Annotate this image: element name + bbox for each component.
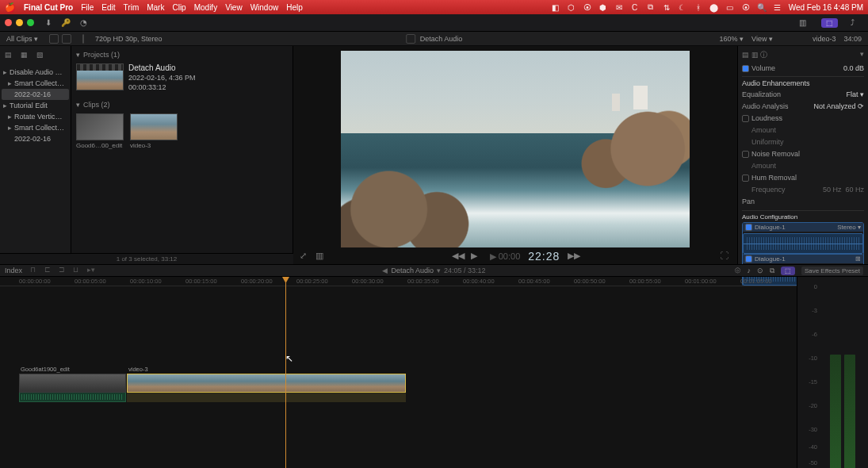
menu-modify[interactable]: Modify	[194, 3, 217, 12]
channel-icon[interactable]: ⊞	[855, 255, 861, 263]
status-icon[interactable]: ⧉	[646, 2, 656, 12]
save-preset-button[interactable]: Save Effects Preset	[801, 267, 863, 275]
clip-filter-dropdown[interactable]: All Clips ▾	[6, 35, 38, 43]
battery-icon[interactable]: ▭	[725, 2, 735, 12]
status-icon[interactable]: ◧	[551, 2, 560, 12]
bg-tasks-icon[interactable]: ◔	[77, 17, 90, 29]
project-item[interactable]: Detach Audio 2022-02-16, 4:36 PM 00:00:3…	[76, 63, 288, 91]
clips-header[interactable]: ▾ Clips (2)	[76, 99, 288, 110]
menu-edit[interactable]: Edit	[101, 3, 115, 12]
tools-dropdown[interactable]: ▸▾	[87, 266, 97, 275]
volume-value[interactable]: 0.0 dB	[843, 64, 864, 72]
menu-view[interactable]: View	[225, 3, 243, 12]
wifi-icon[interactable]: ⦿	[741, 2, 751, 12]
status-icon[interactable]: ☾	[678, 2, 687, 12]
view-menu[interactable]: View ▾	[751, 35, 773, 43]
workspace-icon[interactable]: ▥	[796, 17, 809, 29]
audio-enhancements-section[interactable]: Audio Enhancements	[742, 76, 864, 87]
bluetooth-icon[interactable]: ᚼ	[694, 2, 703, 12]
minimize-window-button[interactable]	[16, 19, 23, 26]
library-icon[interactable]: ▤	[5, 51, 16, 62]
clip-appearance-icon[interactable]	[82, 34, 84, 44]
status-icon[interactable]: ⬤	[709, 2, 719, 12]
list-view-icon[interactable]	[62, 34, 71, 44]
eq-preset[interactable]: Flat ▾	[846, 90, 864, 98]
library-item[interactable]: ▸Rotate Vertical Videos	[2, 111, 69, 122]
fit-icon[interactable]: ⤢	[300, 251, 311, 262]
clip-item[interactable]: video-3	[130, 113, 178, 149]
timeline-range: 24:05 / 33:12	[444, 267, 486, 274]
menu-clip[interactable]: Clip	[172, 3, 185, 12]
timeline-index-button[interactable]: Index	[5, 267, 22, 274]
clip-item[interactable]: Good6…00_edit	[76, 113, 124, 149]
library-item[interactable]: 2022-02-16	[2, 133, 69, 144]
clip-thumbnail[interactable]	[76, 113, 124, 140]
close-window-button[interactable]	[5, 19, 12, 26]
menu-trim[interactable]: Trim	[124, 3, 140, 12]
project-date: 2022-02-16, 4:36 PM	[128, 74, 196, 82]
timeline-project-name[interactable]: Detach Audio	[391, 267, 434, 274]
projects-header[interactable]: ▾ Projects (1)	[76, 49, 288, 60]
overwrite-icon[interactable]: ⊔	[73, 266, 82, 275]
viewer-canvas[interactable]	[341, 51, 690, 247]
project-thumbnail[interactable]	[76, 63, 124, 90]
clip-thumbnail[interactable]	[130, 113, 178, 140]
solo-icon[interactable]: ⊙	[757, 267, 763, 274]
timeline-ruler[interactable]: 00:00:00:00 00:00:05:00 00:00:10:00 00:0…	[0, 277, 797, 286]
workspace-tag[interactable]: ⬚	[821, 18, 838, 28]
transport-controls: ⤢ ▥ ◀◀ ▶ ▶ 00:00 22:28 ▶▶ ⛶	[293, 248, 737, 264]
scopes-icon[interactable]: ▥	[315, 251, 327, 262]
timecode-display[interactable]: 22:28	[528, 250, 560, 263]
skimming-icon[interactable]: ⦾	[735, 267, 740, 275]
status-icon[interactable]: ⬢	[598, 2, 608, 12]
menu-file[interactable]: File	[81, 3, 94, 12]
library-item[interactable]: ▸Smart Collections	[2, 122, 69, 133]
status-icon[interactable]: ⬡	[567, 2, 576, 12]
timeline-clip-selected[interactable]	[127, 374, 406, 393]
timeline-tracks[interactable]: 00:00:00:00 00:00:05:00 00:00:10:00 00:0…	[0, 277, 797, 468]
control-center-icon[interactable]: ☰	[773, 2, 782, 12]
search-icon[interactable]: 🔍	[757, 2, 767, 12]
audio-config-section[interactable]: Audio Configuration	[742, 210, 864, 221]
status-icon[interactable]: C	[630, 2, 640, 12]
status-icon[interactable]: ⇅	[662, 2, 671, 12]
keyword-icon[interactable]: 🔑	[59, 17, 72, 29]
audio-waveform[interactable]	[743, 233, 863, 254]
zoom-window-button[interactable]	[27, 19, 34, 26]
prev-edit-button[interactable]: ◀◀	[452, 251, 463, 262]
share-icon[interactable]: ⤴	[846, 17, 858, 29]
play-button[interactable]: ▶	[471, 251, 482, 262]
timeline-clip-audio[interactable]	[19, 393, 126, 402]
menubar-clock[interactable]: Wed Feb 16 4:48 PM	[789, 3, 863, 12]
connect-icon[interactable]: ⊓	[30, 266, 40, 275]
menu-window[interactable]: Window	[250, 3, 279, 12]
library-item[interactable]: ▸Disable Audio on a Clip	[2, 67, 69, 78]
import-icon[interactable]: ⬇	[42, 17, 55, 29]
status-icon[interactable]: ⦿	[583, 2, 592, 12]
filmstrip-view-icon[interactable]	[49, 34, 59, 44]
status-icon[interactable]: ✉	[614, 2, 624, 12]
timeline-clip-audio[interactable]	[127, 393, 406, 402]
effects-browser-button[interactable]: ⬚	[781, 267, 795, 275]
library-item-selected[interactable]: 2022-02-16	[2, 89, 69, 100]
audio-skim-icon[interactable]: ♪	[747, 267, 751, 274]
menu-help[interactable]: Help	[286, 3, 303, 12]
snap-icon[interactable]: ⧉	[770, 267, 774, 275]
playhead[interactable]	[285, 277, 286, 468]
next-edit-button[interactable]: ▶▶	[568, 251, 579, 262]
menu-mark[interactable]: Mark	[147, 3, 164, 12]
fullscreen-icon[interactable]: ⛶	[720, 251, 731, 262]
browser-filter-bar: All Clips ▾ 720p HD 30p, Stereo Detach A…	[0, 32, 868, 46]
titles-icon[interactable]: ▧	[36, 51, 48, 62]
insert-icon[interactable]: ⊏	[44, 266, 54, 275]
channel-mode[interactable]: Stereo ▾	[837, 224, 861, 231]
apple-menu-icon[interactable]: 🍎	[5, 2, 16, 13]
append-icon[interactable]: ⊐	[59, 266, 68, 275]
analysis-value[interactable]: Not Analyzed ⟳	[813, 102, 864, 110]
photos-icon[interactable]: ▦	[21, 51, 32, 62]
app-name[interactable]: Final Cut Pro	[24, 3, 73, 12]
library-item[interactable]: ▸Smart Collections	[2, 78, 69, 89]
zoom-level[interactable]: 160% ▾	[720, 35, 744, 43]
timeline-clip[interactable]	[19, 374, 126, 393]
library-item[interactable]: ▸Tutorial Edit	[2, 100, 69, 111]
